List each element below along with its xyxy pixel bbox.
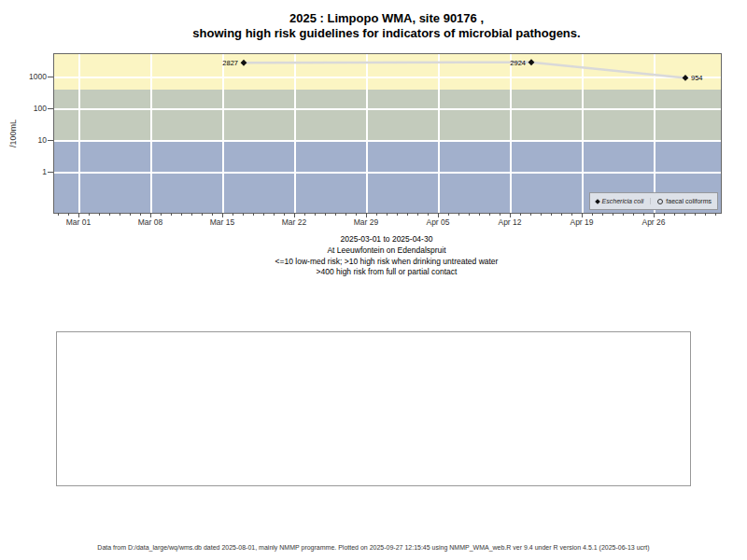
x-tick-minor (356, 213, 357, 216)
x-tick-minor (571, 213, 572, 216)
page: 2025 : Limpopo WMA, site 90176 , showing… (0, 0, 747, 560)
caption-date-range: 2025-03-01 to 2025-04-30 (53, 234, 720, 245)
chart-title-line2: showing high risk guidelines for indicat… (53, 26, 720, 41)
x-tick-minor (448, 213, 449, 216)
x-tick-minor (602, 213, 603, 216)
chart-title: 2025 : Limpopo WMA, site 90176 , showing… (53, 11, 720, 41)
x-tick-minor (140, 213, 141, 216)
x-tick-minor (428, 213, 429, 216)
x-tick-minor (376, 213, 377, 216)
x-tick-minor (633, 213, 634, 216)
open-circle-icon (657, 199, 663, 204)
x-tick-minor (58, 213, 59, 216)
x-tick-minor (202, 213, 203, 216)
y-tick-label: 1 (15, 167, 47, 176)
x-tick-minor (325, 213, 326, 216)
x-tick-minor (345, 213, 346, 216)
x-tick-minor (161, 213, 162, 216)
x-tick-minor (520, 213, 521, 216)
legend-label-faecal: faecal coliforms (666, 198, 712, 204)
x-tick-label: Apr 26 (626, 217, 682, 227)
x-tick-minor (130, 213, 131, 216)
x-tick-minor (458, 213, 459, 216)
x-tick-minor (664, 213, 665, 216)
x-tick-minor (613, 213, 613, 216)
chart-caption: 2025-03-01 to 2025-04-30 At Leeuwfontein… (53, 234, 720, 278)
x-tick-label: Mar 22 (266, 217, 322, 227)
caption-guideline-contact: >400 high risk from full or partial cont… (53, 267, 720, 278)
x-tick-minor (541, 213, 542, 216)
y-tick (48, 108, 53, 109)
empty-panel (56, 331, 691, 486)
x-tick-minor (643, 213, 644, 216)
x-tick-minor (387, 213, 388, 216)
caption-guideline-drinking: <=10 low-med risk; >10 high risk when dr… (53, 257, 720, 268)
x-tick-minor (89, 213, 90, 216)
legend-item-faecal: faecal coliforms (650, 198, 712, 204)
x-tick-minor (181, 213, 182, 216)
data-point-label: 954 (691, 74, 703, 82)
x-tick-label: Mar 15 (194, 217, 250, 227)
x-tick-minor (551, 213, 552, 216)
filled-diamond-icon (595, 199, 600, 204)
legend-item-ecoli: Eschericia coli (596, 198, 644, 204)
x-tick-minor (233, 213, 233, 216)
data-point-marker (241, 60, 247, 66)
y-tick (48, 140, 53, 141)
x-tick-minor (592, 213, 593, 216)
x-tick-minor (489, 213, 490, 216)
x-tick-label: Mar 29 (338, 217, 394, 227)
x-tick-minor (530, 213, 531, 216)
y-tick-label: 100 (15, 104, 47, 113)
x-tick-minor (315, 213, 316, 216)
data-point-label: 2827 (222, 59, 238, 67)
x-tick-label: Mar 08 (122, 217, 178, 227)
x-tick-minor (304, 213, 305, 216)
x-tick-minor (417, 213, 418, 216)
x-tick-minor (397, 213, 398, 216)
x-tick-minor (500, 213, 500, 216)
x-tick-minor (684, 213, 685, 216)
x-tick-minor (479, 213, 480, 216)
x-tick-minor (335, 213, 336, 216)
x-tick-minor (469, 213, 470, 216)
x-tick-minor (109, 213, 110, 216)
x-tick-minor (253, 213, 254, 216)
legend-label-ecoli: Eschericia coli (602, 198, 644, 204)
plot-area: Eschericia coli faecal coliforms 2827292… (53, 53, 722, 214)
x-tick-minor (263, 213, 264, 216)
y-tick (48, 77, 53, 77)
x-tick-minor (99, 213, 100, 216)
x-tick-minor (212, 213, 213, 216)
x-tick-minor (715, 213, 716, 216)
data-point-label: 2924 (510, 58, 526, 66)
x-tick-minor (274, 213, 275, 216)
x-tick-label: Mar 01 (50, 217, 106, 227)
chart-legend: Eschericia coli faecal coliforms (589, 192, 718, 210)
x-tick-minor (561, 213, 562, 216)
x-tick-minor (284, 213, 285, 216)
x-tick-minor (68, 213, 69, 216)
x-tick-label: Apr 05 (410, 217, 466, 227)
x-tick-minor (674, 213, 675, 216)
x-tick-minor (171, 213, 172, 216)
y-tick-label: 1000 (15, 72, 47, 81)
y-tick (48, 172, 53, 173)
x-tick-label: Apr 19 (554, 217, 610, 227)
x-tick-minor (191, 213, 192, 216)
x-tick-minor (705, 213, 706, 216)
caption-location: At Leeuwfontein on Edendalspruit (53, 245, 720, 257)
footer-provenance: Data from D:/data_large/wq/wms.db dated … (0, 544, 747, 551)
series-layer (54, 54, 721, 213)
x-tick-minor (407, 213, 408, 216)
x-tick-minor (243, 213, 244, 216)
chart-title-line1: 2025 : Limpopo WMA, site 90176 , (53, 11, 720, 26)
x-tick-minor (623, 213, 624, 216)
x-tick-minor (695, 213, 696, 216)
x-tick-minor (120, 213, 120, 216)
x-tick-label: Apr 12 (482, 217, 538, 227)
data-point-marker (529, 59, 535, 65)
series-line (244, 63, 685, 78)
y-axis-label: /100mL (8, 105, 18, 161)
y-tick-label: 10 (15, 135, 47, 145)
